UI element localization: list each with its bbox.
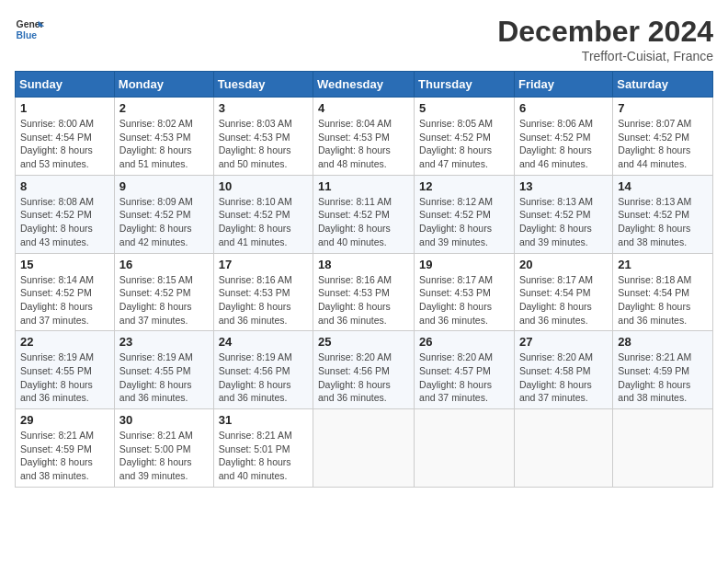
day-number: 7 [618,101,708,115]
calendar-table: SundayMondayTuesdayWednesdayThursdayFrid… [15,71,713,488]
day-number: 15 [20,258,109,271]
calendar-day-cell: 23Sunrise: 8:19 AM Sunset: 4:55 PM Dayli… [114,331,213,409]
day-number: 21 [618,258,708,271]
calendar-week-row: 8Sunrise: 8:08 AM Sunset: 4:52 PM Daylig… [16,175,713,253]
calendar-day-cell: 31Sunrise: 8:21 AM Sunset: 5:01 PM Dayli… [213,409,313,488]
day-number: 2 [119,101,209,115]
day-info: Sunrise: 8:17 AM Sunset: 4:54 PM Dayligh… [519,273,608,327]
logo: General Blue [15,15,44,44]
calendar-day-cell: 19Sunrise: 8:17 AM Sunset: 4:53 PM Dayli… [415,253,515,331]
day-number: 27 [519,335,608,349]
day-number: 29 [20,413,109,427]
day-number: 1 [20,101,109,115]
calendar-day-cell: 12Sunrise: 8:12 AM Sunset: 4:52 PM Dayli… [415,175,515,253]
calendar-day-cell: 17Sunrise: 8:16 AM Sunset: 4:53 PM Dayli… [213,253,313,331]
calendar-day-cell: 22Sunrise: 8:19 AM Sunset: 4:55 PM Dayli… [16,331,115,409]
day-info: Sunrise: 8:13 AM Sunset: 4:52 PM Dayligh… [519,195,608,249]
day-info: Sunrise: 8:21 AM Sunset: 4:59 PM Dayligh… [20,429,109,483]
calendar-day-cell: 11Sunrise: 8:11 AM Sunset: 4:52 PM Dayli… [313,175,415,253]
day-number: 9 [119,179,209,193]
dow-header-monday: Monday [114,72,213,98]
day-info: Sunrise: 8:07 AM Sunset: 4:52 PM Dayligh… [618,117,708,171]
calendar-day-cell: 9Sunrise: 8:09 AM Sunset: 4:52 PM Daylig… [114,175,213,253]
day-number: 5 [419,101,509,115]
day-number: 25 [318,335,409,349]
calendar-day-cell: 15Sunrise: 8:14 AM Sunset: 4:52 PM Dayli… [16,253,115,331]
day-info: Sunrise: 8:19 AM Sunset: 4:55 PM Dayligh… [119,350,209,405]
day-number: 18 [318,258,409,271]
day-number: 12 [419,179,509,193]
calendar-day-cell: 16Sunrise: 8:15 AM Sunset: 4:52 PM Dayli… [114,253,213,331]
empty-cell [415,409,515,488]
calendar-day-cell: 14Sunrise: 8:13 AM Sunset: 4:52 PM Dayli… [613,175,713,253]
logo-icon: General Blue [15,15,44,44]
day-info: Sunrise: 8:20 AM Sunset: 4:56 PM Dayligh… [318,350,409,405]
day-info: Sunrise: 8:17 AM Sunset: 4:53 PM Dayligh… [419,273,509,327]
calendar-day-cell: 10Sunrise: 8:10 AM Sunset: 4:52 PM Dayli… [213,175,313,253]
day-number: 8 [20,179,109,193]
day-info: Sunrise: 8:03 AM Sunset: 4:53 PM Dayligh… [219,117,308,171]
calendar-day-cell: 26Sunrise: 8:20 AM Sunset: 4:57 PM Dayli… [415,331,515,409]
day-number: 23 [119,335,209,349]
day-info: Sunrise: 8:11 AM Sunset: 4:52 PM Dayligh… [318,195,409,249]
title-block: December 2024 Treffort-Cuisiat, France [497,15,713,63]
day-info: Sunrise: 8:20 AM Sunset: 4:57 PM Dayligh… [419,350,509,405]
calendar-week-row: 22Sunrise: 8:19 AM Sunset: 4:55 PM Dayli… [16,331,713,409]
day-number: 13 [519,179,608,193]
calendar-day-cell: 28Sunrise: 8:21 AM Sunset: 4:59 PM Dayli… [613,331,713,409]
page-header: General Blue December 2024 Treffort-Cuis… [15,15,713,63]
day-info: Sunrise: 8:15 AM Sunset: 4:52 PM Dayligh… [119,273,209,327]
day-info: Sunrise: 8:08 AM Sunset: 4:52 PM Dayligh… [20,195,109,249]
day-number: 24 [219,335,308,349]
page-title: December 2024 [497,15,713,49]
dow-header-saturday: Saturday [613,72,713,98]
dow-header-friday: Friday [514,72,612,98]
day-info: Sunrise: 8:04 AM Sunset: 4:53 PM Dayligh… [318,117,409,171]
calendar-day-cell: 7Sunrise: 8:07 AM Sunset: 4:52 PM Daylig… [613,98,713,176]
day-info: Sunrise: 8:02 AM Sunset: 4:53 PM Dayligh… [119,117,209,171]
day-number: 10 [219,179,308,193]
calendar-day-cell: 13Sunrise: 8:13 AM Sunset: 4:52 PM Dayli… [514,175,612,253]
calendar-day-cell: 20Sunrise: 8:17 AM Sunset: 4:54 PM Dayli… [514,253,612,331]
day-number: 3 [219,101,308,115]
calendar-day-cell: 24Sunrise: 8:19 AM Sunset: 4:56 PM Dayli… [213,331,313,409]
calendar-day-cell: 2Sunrise: 8:02 AM Sunset: 4:53 PM Daylig… [114,98,213,176]
day-info: Sunrise: 8:13 AM Sunset: 4:52 PM Dayligh… [618,195,708,249]
day-number: 20 [519,258,608,271]
page-subtitle: Treffort-Cuisiat, France [497,49,713,63]
day-number: 6 [519,101,608,115]
dow-header-sunday: Sunday [16,72,115,98]
dow-header-tuesday: Tuesday [213,72,313,98]
calendar-week-row: 1Sunrise: 8:00 AM Sunset: 4:54 PM Daylig… [16,98,713,176]
svg-text:Blue: Blue [17,30,38,40]
day-info: Sunrise: 8:12 AM Sunset: 4:52 PM Dayligh… [419,195,509,249]
day-info: Sunrise: 8:19 AM Sunset: 4:56 PM Dayligh… [219,350,308,405]
day-number: 17 [219,258,308,271]
day-number: 16 [119,258,209,271]
day-info: Sunrise: 8:16 AM Sunset: 4:53 PM Dayligh… [219,273,308,327]
day-info: Sunrise: 8:05 AM Sunset: 4:52 PM Dayligh… [419,117,509,171]
day-info: Sunrise: 8:21 AM Sunset: 5:01 PM Dayligh… [219,429,308,483]
day-info: Sunrise: 8:09 AM Sunset: 4:52 PM Dayligh… [119,195,209,249]
day-info: Sunrise: 8:21 AM Sunset: 4:59 PM Dayligh… [618,350,708,405]
day-info: Sunrise: 8:06 AM Sunset: 4:52 PM Dayligh… [519,117,608,171]
day-number: 30 [119,413,209,427]
empty-cell [613,409,713,488]
calendar-week-row: 29Sunrise: 8:21 AM Sunset: 4:59 PM Dayli… [16,409,713,488]
dow-header-thursday: Thursday [415,72,515,98]
day-number: 19 [419,258,509,271]
calendar-day-cell: 27Sunrise: 8:20 AM Sunset: 4:58 PM Dayli… [514,331,612,409]
day-info: Sunrise: 8:19 AM Sunset: 4:55 PM Dayligh… [20,350,109,405]
day-info: Sunrise: 8:10 AM Sunset: 4:52 PM Dayligh… [219,195,308,249]
calendar-day-cell: 21Sunrise: 8:18 AM Sunset: 4:54 PM Dayli… [613,253,713,331]
day-info: Sunrise: 8:00 AM Sunset: 4:54 PM Dayligh… [20,117,109,171]
day-info: Sunrise: 8:21 AM Sunset: 5:00 PM Dayligh… [119,429,209,483]
calendar-day-cell: 29Sunrise: 8:21 AM Sunset: 4:59 PM Dayli… [16,409,115,488]
day-info: Sunrise: 8:18 AM Sunset: 4:54 PM Dayligh… [618,273,708,327]
calendar-day-cell: 1Sunrise: 8:00 AM Sunset: 4:54 PM Daylig… [16,98,115,176]
calendar-day-cell: 5Sunrise: 8:05 AM Sunset: 4:52 PM Daylig… [415,98,515,176]
day-number: 22 [20,335,109,349]
empty-cell [313,409,415,488]
day-number: 14 [618,179,708,193]
day-info: Sunrise: 8:14 AM Sunset: 4:52 PM Dayligh… [20,273,109,327]
